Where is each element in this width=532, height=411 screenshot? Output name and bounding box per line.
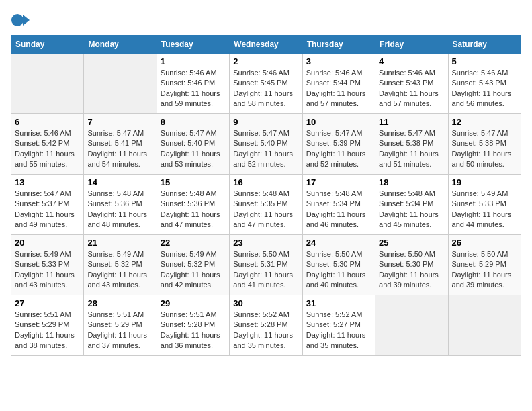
day-number: 17 <box>306 177 371 187</box>
day-info: Sunrise: 5:52 AMSunset: 5:28 PMDaylight:… <box>233 310 298 351</box>
day-info: Sunrise: 5:48 AMSunset: 5:34 PMDaylight:… <box>306 189 371 230</box>
header-cell-thursday: Thursday <box>302 36 375 54</box>
day-cell: 8Sunrise: 5:47 AMSunset: 5:40 PMDaylight… <box>157 114 229 175</box>
day-cell: 29Sunrise: 5:51 AMSunset: 5:28 PMDayligh… <box>157 295 229 356</box>
day-number: 14 <box>87 177 152 187</box>
day-info: Sunrise: 5:47 AMSunset: 5:40 PMDaylight:… <box>233 128 298 170</box>
day-number: 2 <box>233 56 298 66</box>
day-number: 15 <box>161 177 226 187</box>
day-info: Sunrise: 5:47 AMSunset: 5:40 PMDaylight:… <box>161 128 226 170</box>
header-cell-wednesday: Wednesday <box>230 36 302 54</box>
header-row: SundayMondayTuesdayWednesdayThursdayFrid… <box>11 36 521 54</box>
day-number: 16 <box>233 177 298 187</box>
day-info: Sunrise: 5:49 AMSunset: 5:32 PMDaylight:… <box>161 249 226 291</box>
logo <box>11 11 32 30</box>
day-info: Sunrise: 5:47 AMSunset: 5:37 PMDaylight:… <box>15 189 80 230</box>
day-info: Sunrise: 5:47 AMSunset: 5:39 PMDaylight:… <box>306 128 371 170</box>
day-info: Sunrise: 5:46 AMSunset: 5:44 PMDaylight:… <box>306 68 371 109</box>
day-cell: 21Sunrise: 5:49 AMSunset: 5:32 PMDayligh… <box>84 235 157 295</box>
day-cell: 28Sunrise: 5:51 AMSunset: 5:29 PMDayligh… <box>84 295 157 356</box>
day-info: Sunrise: 5:48 AMSunset: 5:36 PMDaylight:… <box>87 189 152 230</box>
calendar-body: 1Sunrise: 5:46 AMSunset: 5:46 PMDaylight… <box>11 54 521 356</box>
day-info: Sunrise: 5:47 AMSunset: 5:41 PMDaylight:… <box>87 128 152 170</box>
day-cell: 14Sunrise: 5:48 AMSunset: 5:36 PMDayligh… <box>84 175 157 235</box>
day-number: 20 <box>15 238 80 248</box>
svg-marker-1 <box>23 15 30 26</box>
day-cell: 26Sunrise: 5:50 AMSunset: 5:29 PMDayligh… <box>448 235 521 295</box>
day-number: 8 <box>161 117 226 127</box>
week-row-5: 27Sunrise: 5:51 AMSunset: 5:29 PMDayligh… <box>11 295 521 356</box>
day-info: Sunrise: 5:50 AMSunset: 5:30 PMDaylight:… <box>379 249 444 291</box>
day-info: Sunrise: 5:51 AMSunset: 5:28 PMDaylight:… <box>161 310 226 351</box>
day-cell: 7Sunrise: 5:47 AMSunset: 5:41 PMDaylight… <box>84 114 157 175</box>
day-info: Sunrise: 5:46 AMSunset: 5:46 PMDaylight:… <box>161 68 226 109</box>
day-number: 10 <box>306 117 371 127</box>
week-row-2: 6Sunrise: 5:46 AMSunset: 5:42 PMDaylight… <box>11 114 521 175</box>
day-info: Sunrise: 5:51 AMSunset: 5:29 PMDaylight:… <box>15 310 80 351</box>
day-cell <box>375 295 448 356</box>
day-cell: 3Sunrise: 5:46 AMSunset: 5:44 PMDaylight… <box>302 54 375 114</box>
day-cell: 24Sunrise: 5:50 AMSunset: 5:30 PMDayligh… <box>302 235 375 295</box>
day-cell: 22Sunrise: 5:49 AMSunset: 5:32 PMDayligh… <box>157 235 229 295</box>
logo-icon <box>11 11 30 30</box>
calendar-table: SundayMondayTuesdayWednesdayThursdayFrid… <box>11 35 521 356</box>
week-row-1: 1Sunrise: 5:46 AMSunset: 5:46 PMDaylight… <box>11 54 521 114</box>
day-number: 4 <box>379 56 444 66</box>
day-number: 27 <box>15 298 80 308</box>
day-info: Sunrise: 5:48 AMSunset: 5:34 PMDaylight:… <box>379 189 444 230</box>
day-number: 23 <box>233 238 298 248</box>
day-cell: 20Sunrise: 5:49 AMSunset: 5:33 PMDayligh… <box>11 235 84 295</box>
day-number: 7 <box>87 117 152 127</box>
day-cell: 10Sunrise: 5:47 AMSunset: 5:39 PMDayligh… <box>302 114 375 175</box>
day-info: Sunrise: 5:50 AMSunset: 5:29 PMDaylight:… <box>452 249 517 291</box>
svg-point-0 <box>11 14 24 26</box>
day-cell: 1Sunrise: 5:46 AMSunset: 5:46 PMDaylight… <box>157 54 229 114</box>
header-cell-monday: Monday <box>84 36 157 54</box>
header-cell-saturday: Saturday <box>448 36 521 54</box>
day-number: 28 <box>87 298 152 308</box>
header-cell-tuesday: Tuesday <box>157 36 229 54</box>
header-cell-sunday: Sunday <box>11 36 84 54</box>
day-info: Sunrise: 5:47 AMSunset: 5:38 PMDaylight:… <box>452 128 517 170</box>
page-header <box>11 11 521 30</box>
day-cell: 30Sunrise: 5:52 AMSunset: 5:28 PMDayligh… <box>230 295 302 356</box>
day-cell: 11Sunrise: 5:47 AMSunset: 5:38 PMDayligh… <box>375 114 448 175</box>
day-cell: 6Sunrise: 5:46 AMSunset: 5:42 PMDaylight… <box>11 114 84 175</box>
day-info: Sunrise: 5:48 AMSunset: 5:36 PMDaylight:… <box>161 189 226 230</box>
day-cell: 18Sunrise: 5:48 AMSunset: 5:34 PMDayligh… <box>375 175 448 235</box>
day-number: 9 <box>233 117 298 127</box>
day-cell: 31Sunrise: 5:52 AMSunset: 5:27 PMDayligh… <box>302 295 375 356</box>
day-number: 31 <box>306 298 371 308</box>
day-number: 18 <box>379 177 444 187</box>
day-info: Sunrise: 5:46 AMSunset: 5:43 PMDaylight:… <box>452 68 517 109</box>
day-info: Sunrise: 5:46 AMSunset: 5:45 PMDaylight:… <box>233 68 298 109</box>
day-number: 30 <box>233 298 298 308</box>
day-info: Sunrise: 5:48 AMSunset: 5:35 PMDaylight:… <box>233 189 298 230</box>
day-cell: 16Sunrise: 5:48 AMSunset: 5:35 PMDayligh… <box>230 175 302 235</box>
calendar-header: SundayMondayTuesdayWednesdayThursdayFrid… <box>11 36 521 54</box>
day-cell: 12Sunrise: 5:47 AMSunset: 5:38 PMDayligh… <box>448 114 521 175</box>
day-number: 26 <box>452 238 517 248</box>
day-number: 21 <box>87 238 152 248</box>
day-cell: 5Sunrise: 5:46 AMSunset: 5:43 PMDaylight… <box>448 54 521 114</box>
day-cell: 23Sunrise: 5:50 AMSunset: 5:31 PMDayligh… <box>230 235 302 295</box>
day-number: 12 <box>452 117 517 127</box>
day-info: Sunrise: 5:49 AMSunset: 5:32 PMDaylight:… <box>87 249 152 291</box>
day-cell <box>448 295 521 356</box>
day-cell: 19Sunrise: 5:49 AMSunset: 5:33 PMDayligh… <box>448 175 521 235</box>
day-number: 6 <box>15 117 80 127</box>
day-info: Sunrise: 5:50 AMSunset: 5:31 PMDaylight:… <box>233 249 298 291</box>
day-cell: 15Sunrise: 5:48 AMSunset: 5:36 PMDayligh… <box>157 175 229 235</box>
day-number: 11 <box>379 117 444 127</box>
day-cell: 4Sunrise: 5:46 AMSunset: 5:43 PMDaylight… <box>375 54 448 114</box>
day-number: 5 <box>452 56 517 66</box>
header-cell-friday: Friday <box>375 36 448 54</box>
day-number: 1 <box>161 56 226 66</box>
day-number: 29 <box>161 298 226 308</box>
day-cell: 13Sunrise: 5:47 AMSunset: 5:37 PMDayligh… <box>11 175 84 235</box>
day-cell: 27Sunrise: 5:51 AMSunset: 5:29 PMDayligh… <box>11 295 84 356</box>
day-cell: 17Sunrise: 5:48 AMSunset: 5:34 PMDayligh… <box>302 175 375 235</box>
day-cell <box>11 54 84 114</box>
day-number: 3 <box>306 56 371 66</box>
day-info: Sunrise: 5:46 AMSunset: 5:42 PMDaylight:… <box>15 128 80 170</box>
